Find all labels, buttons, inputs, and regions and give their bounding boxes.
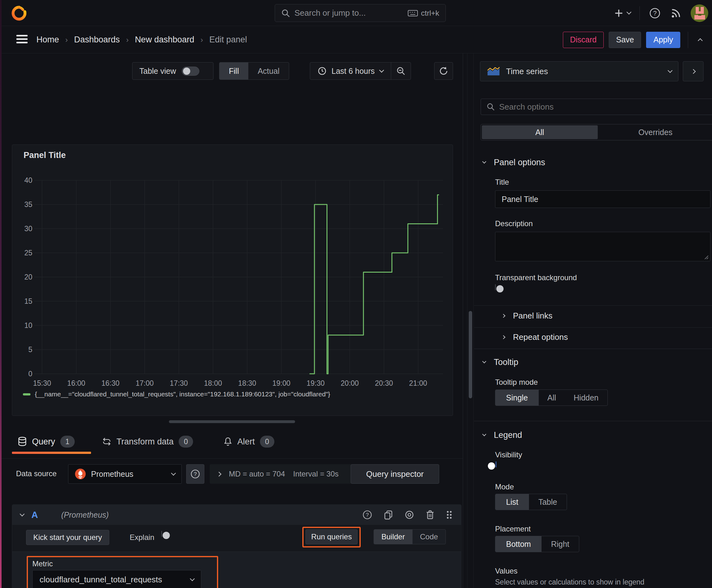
query-help-icon[interactable]: ? (362, 509, 373, 520)
menu-toggle-button[interactable] (16, 35, 28, 45)
series-label[interactable]: {__name__="cloudflared_tunnel_total_requ… (35, 391, 330, 398)
description-textarea[interactable] (495, 232, 710, 261)
query-inspector-button[interactable]: Query inspector (351, 464, 439, 484)
run-queries-button[interactable]: Run queries (305, 529, 358, 544)
tooltip-mode-hidden[interactable]: Hidden (565, 390, 607, 405)
table-view-toggle[interactable] (182, 67, 199, 76)
refresh-button[interactable] (434, 62, 453, 80)
duplicate-query-icon[interactable] (383, 510, 393, 520)
tooltip-mode-switch: Single All Hidden (495, 390, 608, 406)
legend-mode-table[interactable]: Table (529, 494, 567, 510)
time-series-chart[interactable]: 051015202530354015:3016:0016:3017:0017:3… (22, 175, 443, 395)
panel-title-input[interactable] (495, 190, 710, 208)
transparent-background-toggle[interactable] (495, 284, 496, 290)
breadcrumb-dashboards[interactable]: Dashboards (74, 35, 120, 45)
tab-alert[interactable]: Alert 0 (223, 429, 274, 454)
time-range-picker[interactable]: Last 6 hours (310, 63, 391, 80)
svg-text:18:00: 18:00 (204, 379, 222, 387)
hide-response-eye-icon[interactable] (404, 510, 415, 520)
svg-text:21:00: 21:00 (409, 379, 427, 387)
discard-button[interactable]: Discard (563, 32, 604, 48)
chart-legend: {__name__="cloudflared_tunnel_total_requ… (23, 391, 330, 398)
metric-select[interactable]: cloudflared_tunnel_total_requests (33, 570, 201, 588)
code-option[interactable]: Code (412, 530, 446, 544)
query-options-summary[interactable]: MD = auto = 704 Interval = 30s (210, 464, 352, 484)
explain-toggle[interactable] (161, 531, 162, 537)
main-scrollbar-thumb[interactable] (469, 311, 472, 398)
table-view-label: Table view (139, 67, 176, 76)
tab-query[interactable]: Query 1 (18, 429, 75, 454)
actual-option[interactable]: Actual (248, 63, 289, 80)
resize-grip-icon[interactable] (704, 254, 709, 259)
svg-text:5: 5 (28, 345, 33, 354)
save-button[interactable]: Save (609, 32, 641, 48)
breadcrumb-separator: › (126, 36, 129, 44)
chevron-right-icon (217, 471, 222, 477)
panel-links-section[interactable]: Panel links (502, 311, 553, 321)
datasource-picker[interactable]: Prometheus (68, 464, 182, 484)
tooltip-section-header[interactable]: Tooltip (483, 357, 518, 367)
apply-button[interactable]: Apply (646, 32, 680, 48)
search-icon (281, 9, 290, 18)
options-search-box[interactable] (481, 99, 712, 115)
builder-option[interactable]: Builder (374, 530, 412, 544)
grafana-logo-icon[interactable] (11, 6, 26, 21)
panel-options-section-header[interactable]: Panel options (483, 158, 545, 167)
breadcrumb-new-dashboard[interactable]: New dashboard (135, 35, 194, 45)
tab-all[interactable]: All (482, 125, 598, 139)
placement-bottom[interactable]: Bottom (495, 536, 542, 552)
legend-visibility-toggle[interactable] (496, 461, 496, 467)
datasource-help-button[interactable]: ? (186, 464, 204, 484)
tab-transform-data[interactable]: Transform data 0 (102, 429, 193, 454)
help-button[interactable]: ? (649, 7, 661, 19)
tooltip-mode-single[interactable]: Single (495, 390, 539, 405)
tooltip-mode-all[interactable]: All (539, 390, 565, 405)
fill-option[interactable]: Fill (219, 63, 248, 80)
series-color-swatch (23, 393, 30, 396)
fill-actual-switch: Fill Actual (219, 62, 289, 80)
divider (640, 6, 640, 20)
user-avatar[interactable] (691, 4, 708, 22)
global-search[interactable]: ctrl+k (275, 4, 446, 22)
splitter-drag-handle[interactable] (169, 420, 295, 423)
kick-start-query-button[interactable]: Kick start your query (26, 530, 109, 545)
chevron-down-icon (627, 10, 632, 15)
legend-mode-list[interactable]: List (495, 494, 529, 510)
chevron-down-icon (171, 470, 176, 476)
repeat-options-section[interactable]: Repeat options (502, 332, 568, 342)
query-editor-card: A (Prometheus) ? Kick start your query E… (12, 504, 461, 588)
collapse-query-icon[interactable] (20, 511, 25, 517)
svg-text:17:00: 17:00 (136, 379, 154, 387)
top-bar: ctrl+k ? (0, 0, 712, 26)
zoom-out-button[interactable] (391, 63, 411, 80)
new-menu-button[interactable] (613, 8, 631, 19)
legend-mode-switch: List Table (495, 494, 567, 510)
time-series-viz-icon (487, 66, 500, 76)
query-row-header[interactable]: A (Prometheus) ? (12, 505, 461, 525)
nav-bar: Home › Dashboards › New dashboard › Edit… (0, 26, 712, 54)
breadcrumb-home[interactable]: Home (37, 35, 59, 45)
remove-query-trash-icon[interactable] (425, 510, 435, 520)
collapse-panel-editor-button[interactable] (693, 37, 707, 42)
table-view-control: Table view (132, 62, 214, 80)
options-search-input[interactable] (499, 102, 709, 112)
title-label: Title (495, 178, 509, 187)
svg-text:18:30: 18:30 (238, 379, 257, 387)
alert-count-badge: 0 (260, 436, 274, 447)
refresh-icon (439, 66, 448, 76)
database-icon (18, 437, 27, 447)
svg-text:?: ? (366, 512, 369, 518)
svg-text:?: ? (653, 10, 656, 17)
drag-query-grip-icon[interactable] (446, 510, 453, 520)
tab-overrides[interactable]: Overrides (598, 125, 712, 139)
legend-section-header[interactable]: Legend (483, 430, 522, 440)
visualization-picker[interactable]: Time series (480, 61, 678, 81)
max-datapoints-summary: MD = auto = 704 (229, 469, 285, 478)
search-input[interactable] (295, 8, 404, 18)
svg-text:40: 40 (24, 176, 33, 184)
news-rss-button[interactable] (670, 7, 682, 19)
chevron-right-icon (501, 314, 505, 318)
placement-right[interactable]: Right (542, 536, 579, 552)
toggle-viz-picker-button[interactable] (683, 61, 704, 81)
grafana-edit-panel-screen: ctrl+k ? (0, 0, 712, 588)
